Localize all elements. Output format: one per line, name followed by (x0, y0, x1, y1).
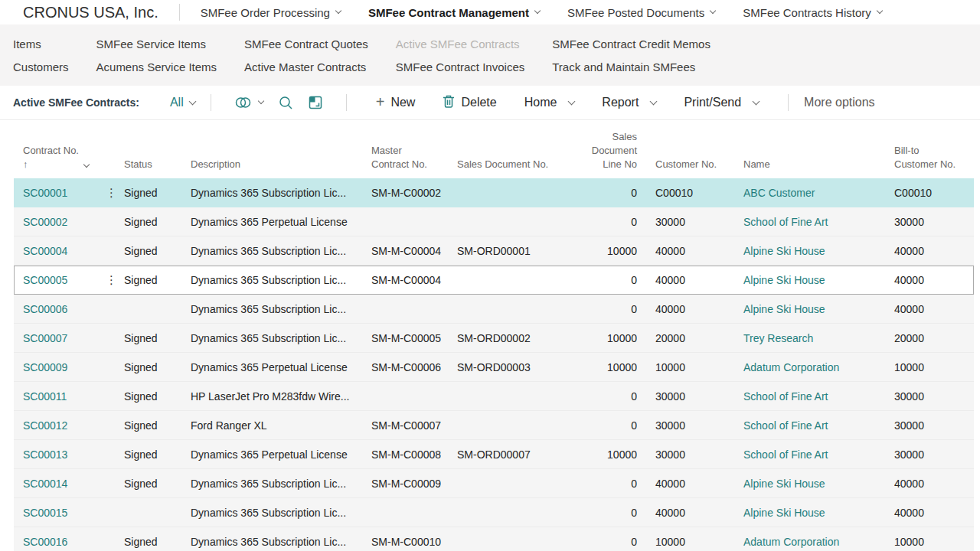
chevron-down-icon (257, 98, 263, 104)
cell-customer-name[interactable]: School of Fine Art (743, 216, 894, 228)
plus-icon: + (376, 94, 385, 109)
open-in-excel-button[interactable] (309, 96, 323, 110)
delete-button[interactable]: Delete (443, 94, 496, 111)
top-menu-smfee-contracts-history[interactable]: SMFee Contracts History (743, 6, 882, 19)
cell-customer-no: 30000 (655, 216, 743, 228)
subnav-column: SMFee Contract QuotesActive Master Contr… (244, 33, 368, 86)
cell-sales-document-no: SM-ORD00002 (457, 332, 545, 344)
cell-customer-name[interactable]: Adatum Corporation (743, 536, 894, 548)
cell-customer-name[interactable]: Adatum Corporation (743, 361, 894, 373)
subnav-item-smfee-contract-credit-memos[interactable]: SMFee Contract Credit Memos (552, 33, 710, 56)
cell-sales-document-line-no: 10000 (545, 245, 637, 257)
cell-sales-document-line-no: 0 (545, 303, 637, 315)
cell-customer-name[interactable]: Alpine Ski House (743, 245, 894, 257)
cell-customer-no: 40000 (655, 245, 743, 257)
top-menu-smfee-posted-documents[interactable]: SMFee Posted Documents (567, 6, 715, 19)
table-row-sc00015[interactable]: SC00015Dynamics 365 Subscription Lic...0… (14, 498, 974, 527)
cell-contract-no[interactable]: SC00014 (14, 478, 106, 490)
cell-customer-name[interactable]: School of Fine Art (743, 448, 894, 461)
cell-master-contract-no: SM-M-C00005 (371, 332, 457, 344)
subnav-item-smfee-contract-quotes[interactable]: SMFee Contract Quotes (244, 33, 368, 56)
table-row-sc00006[interactable]: SC00006Dynamics 365 Subscription Lic...0… (14, 295, 974, 324)
top-menu-smfee-contract-management[interactable]: SMFee Contract Management (368, 6, 540, 19)
chevron-down-icon[interactable] (83, 161, 90, 168)
column-header-contract-no[interactable]: Contract No. (14, 144, 106, 171)
print-send-menu-button[interactable]: Print/Send (684, 96, 759, 109)
table-row-sc00012[interactable]: SC00012SignedFord Ranger XLSM-M-C0000703… (14, 411, 974, 440)
row-options-icon[interactable]: ⋮ (106, 186, 124, 200)
search-button[interactable] (279, 96, 293, 110)
cell-customer-name[interactable]: Trey Research (743, 332, 894, 344)
company-name[interactable]: CRONUS USA, Inc. (23, 4, 158, 21)
cell-description: Dynamics 365 Perpetual License (191, 216, 371, 228)
table-row-sc00014[interactable]: SC00014SignedDynamics 365 Subscription L… (14, 469, 974, 498)
table-row-sc00004[interactable]: SC00004SignedDynamics 365 Subscription L… (14, 236, 974, 266)
cell-master-contract-no: SM-M-C00004 (371, 274, 457, 286)
column-header-name[interactable]: Name (743, 158, 894, 171)
cell-customer-name[interactable]: School of Fine Art (743, 390, 894, 403)
new-button-label: New (390, 96, 415, 109)
cell-contract-no[interactable]: SC00005 (14, 274, 106, 286)
table-row-sc00001[interactable]: SC00001⋮SignedDynamics 365 Subscription … (14, 178, 974, 207)
more-options-button[interactable]: More options (804, 96, 875, 109)
cell-contract-no[interactable]: SC00002 (14, 216, 106, 228)
column-header-sales-document-no[interactable]: Sales Document No. (457, 158, 545, 171)
cell-customer-no: 20000 (655, 332, 743, 344)
cell-customer-no: 30000 (655, 390, 743, 403)
table-row-sc00011[interactable]: SC00011SignedHP LaserJet Pro M283fdw Wir… (14, 382, 974, 411)
table-row-sc00005[interactable]: SC00005⋮SignedDynamics 365 Subscription … (14, 266, 974, 295)
subnav-item-active-master-contracts[interactable]: Active Master Contracts (244, 56, 368, 79)
new-button[interactable]: + New (376, 96, 416, 109)
cell-customer-name[interactable]: Alpine Ski House (743, 303, 894, 315)
cell-contract-no[interactable]: SC00015 (14, 507, 106, 519)
table-row-sc00009[interactable]: SC00009SignedDynamics 365 Perpetual Lice… (14, 353, 974, 382)
column-header-master-contract-no[interactable]: Master Contract No. (371, 144, 457, 171)
cell-customer-name[interactable]: Alpine Ski House (743, 507, 894, 519)
report-menu-button[interactable]: Report (602, 96, 656, 109)
subnav-column: SMFee Service ItemsAcumens Service Items (96, 33, 217, 86)
cell-sales-document-no: SM-ORD00007 (457, 448, 545, 461)
column-header-bill-to-customer-no[interactable]: Bill-to Customer No. (894, 144, 974, 171)
cell-contract-no[interactable]: SC00006 (14, 303, 106, 315)
column-header-customer-no[interactable]: Customer No. (655, 158, 743, 171)
cell-contract-no[interactable]: SC00012 (14, 419, 106, 432)
view-filter-button[interactable]: All (170, 96, 195, 109)
cell-contract-no[interactable]: SC00016 (14, 536, 106, 548)
subnav-item-track-and-maintain-smfees[interactable]: Track and Maintain SMFees (552, 56, 710, 79)
subnav-item-active-smfee-contracts[interactable]: Active SMFee Contracts (396, 33, 524, 56)
cell-description: Dynamics 365 Subscription Lic... (191, 536, 371, 548)
subnav-item-acumens-service-items[interactable]: Acumens Service Items (96, 56, 217, 79)
home-menu-label: Home (524, 96, 557, 109)
table-row-sc00016[interactable]: SC00016SignedDynamics 365 Subscription L… (14, 527, 974, 551)
sub-navigation: ItemsCustomersSMFee Service ItemsAcumens… (0, 24, 980, 86)
cell-customer-name[interactable]: ABC Customer (743, 187, 894, 199)
cell-sales-document-line-no: 10000 (545, 448, 637, 461)
cell-status: Signed (124, 332, 191, 344)
cell-contract-no[interactable]: SC00013 (14, 448, 106, 461)
column-header-sales-document-line-no[interactable]: Sales Document Line No (545, 130, 637, 171)
table-row-sc00002[interactable]: SC00002SignedDynamics 365 Perpetual Lice… (14, 207, 974, 236)
table-row-sc00013[interactable]: SC00013SignedDynamics 365 Perpetual Lice… (14, 440, 974, 469)
cell-customer-name[interactable]: Alpine Ski House (743, 274, 894, 286)
cell-contract-no[interactable]: SC00009 (14, 361, 106, 373)
cell-contract-no[interactable]: SC00011 (14, 390, 106, 403)
cell-contract-no[interactable]: SC00001 (14, 187, 106, 199)
subnav-item-customers[interactable]: Customers (13, 56, 69, 79)
subnav-item-smfee-service-items[interactable]: SMFee Service Items (96, 33, 217, 56)
cell-contract-no[interactable]: SC00007 (14, 332, 106, 344)
analyze-views-button[interactable] (234, 96, 263, 109)
cell-customer-name[interactable]: School of Fine Art (743, 419, 894, 432)
top-menu-smfee-order-processing[interactable]: SMFee Order Processing (201, 6, 341, 19)
cell-bill-to-customer-no: 40000 (894, 274, 974, 286)
subnav-item-items[interactable]: Items (13, 33, 69, 56)
cell-customer-name[interactable]: Alpine Ski House (743, 478, 894, 490)
table-row-sc00007[interactable]: SC00007SignedDynamics 365 Subscription L… (14, 324, 974, 353)
page-caption: Active SMFee Contracts: (13, 96, 139, 109)
home-menu-button[interactable]: Home (524, 96, 575, 109)
cell-bill-to-customer-no: 10000 (894, 361, 974, 373)
cell-contract-no[interactable]: SC00004 (14, 245, 106, 257)
row-options-icon[interactable]: ⋮ (106, 273, 124, 287)
column-header-description[interactable]: Description (191, 158, 371, 171)
subnav-item-smfee-contract-invoices[interactable]: SMFee Contract Invoices (396, 56, 524, 79)
column-header-status[interactable]: Status (124, 158, 191, 171)
